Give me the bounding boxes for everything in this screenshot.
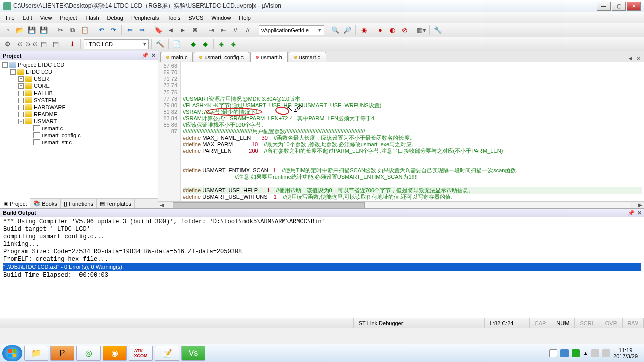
pack-installer-icon[interactable]: ◈ [216,39,227,50]
close-button[interactable]: ✕ [627,2,641,11]
save-icon[interactable]: 💾 [26,25,37,36]
tab-close-icon[interactable]: ✕ [635,55,642,62]
target-options-icon[interactable]: 🔨 [154,39,166,50]
minimize-button[interactable]: — [597,2,611,11]
tray-clock[interactable]: 11:192017/3/29 [613,347,638,359]
pack-icon[interactable]: ◈ [228,39,239,50]
pin-icon[interactable]: 📌 [142,52,149,59]
side-tab-project[interactable]: ▣Project [0,198,30,208]
task-app[interactable]: P [50,346,74,361]
menu-help[interactable]: Help [235,14,254,22]
tree-group-system[interactable]: +SYSTEM [1,97,157,104]
window-layout-icon[interactable]: ▦▾ [416,25,427,36]
task-app[interactable]: ATKXCOM [129,346,153,361]
outdent-icon[interactable]: ⇤ [218,25,229,36]
side-tab-books[interactable]: 📚Books [30,199,61,208]
breakpoint-enable-icon[interactable]: ◐ [387,25,398,36]
tree-file[interactable]: usmart_config.c [1,132,157,139]
target-combo[interactable]: LTDC LCD [84,39,149,49]
configure-icon[interactable]: 🔧 [432,25,443,36]
find-icon[interactable]: 🔍 [330,25,341,36]
tree-target[interactable]: -LTDC LCD [1,68,157,75]
breakpoint-insert-icon[interactable]: ● [375,25,386,36]
side-tab-templates[interactable]: ▤Templates [97,199,135,208]
editor-tab[interactable]: usmart.h [250,52,288,62]
tab-scroll-left-icon[interactable]: ◄ [627,55,634,62]
tree-group-readme[interactable]: +README [1,111,157,118]
tray-icon[interactable] [549,349,557,357]
hscroll-left-icon[interactable]: ◄ [158,202,166,208]
bookmark-next-icon[interactable]: ► [177,25,188,36]
panel-close-icon[interactable]: ✕ [151,52,156,59]
tree-group-usmart[interactable]: -USMART [1,118,157,125]
nav-back-icon[interactable]: ⇐ [124,25,135,36]
task-app[interactable]: ◉ [103,346,127,361]
menu-edit[interactable]: Edit [19,14,36,22]
hscroll-right-icon[interactable]: ► [637,202,644,208]
download-icon[interactable]: ⬇ [67,39,78,50]
pin-icon[interactable]: 📌 [628,210,635,216]
bookmark-icon[interactable]: 🔖 [153,25,164,36]
menu-peripherals[interactable]: Peripherals [128,14,163,22]
indent-icon[interactable]: ⇥ [206,25,217,36]
menu-flash[interactable]: Flash [82,14,103,22]
translate-icon[interactable]: ⚙ [2,39,13,50]
editor-tab[interactable]: usmart.c [289,52,326,62]
menu-view[interactable]: View [37,14,56,22]
tray-network-icon[interactable] [602,349,610,357]
task-uvision[interactable]: Vs [181,346,205,361]
editor-tab[interactable]: usmart_config.c [194,52,249,62]
tree-group-user[interactable]: +USER [1,75,157,82]
build-icon[interactable]: ⛭ [14,39,25,50]
function-combo[interactable]: vApplicationGetIdle [259,25,324,35]
tray-icon[interactable] [572,349,580,357]
copy-icon[interactable]: ⧉ [67,25,78,36]
tray-volume-icon[interactable] [591,349,599,357]
new-file-icon[interactable]: ▫ [2,25,13,36]
hscroll-track[interactable] [173,202,630,208]
start-button[interactable] [2,345,22,361]
open-icon[interactable]: 📂 [14,25,25,36]
manage-books-icon[interactable]: ◆ [188,39,199,50]
debug-icon[interactable]: ◉ [358,25,369,36]
find-in-files-icon[interactable]: 🔎 [342,25,353,36]
tray-icon[interactable] [560,349,569,357]
comment-icon[interactable]: // [230,25,241,36]
batch-build-icon[interactable]: ▤ [38,39,49,50]
save-all-icon[interactable]: 💾 [38,25,49,36]
tree-group-hallib[interactable]: +HALLIB [1,89,157,97]
tree-file[interactable]: usmart.c [1,125,157,132]
task-app[interactable]: 📝 [155,346,179,361]
tree-group-core[interactable]: +CORE [1,82,157,89]
build-output[interactable]: *** Using Compiler 'V5.06 update 3 (buil… [0,217,644,318]
editor-tab[interactable]: main.c [160,52,193,62]
maximize-button[interactable]: ▢ [612,2,626,11]
tray-chevron-icon[interactable]: ▲ [583,350,588,356]
bookmark-prev-icon[interactable]: ◄ [165,25,176,36]
file-ext-icon[interactable]: 📄 [171,39,182,50]
tree-group-hardware[interactable]: +HARDWARE [1,104,157,111]
undo-icon[interactable]: ↶ [96,25,107,36]
cut-icon[interactable]: ✂ [55,25,66,36]
uncomment-icon[interactable]: // [242,25,253,36]
redo-icon[interactable]: ↷ [108,25,119,36]
side-tab-functions[interactable]: {}Functions [61,199,97,208]
task-app[interactable]: ◎ [76,346,101,361]
menu-window[interactable]: Window [208,14,234,22]
task-explorer[interactable]: 📁 [24,346,48,361]
tree-root[interactable]: -Project: LTDC LCD [1,61,157,68]
stop-build-icon[interactable]: ▤ [50,39,61,50]
manage-rte-icon[interactable]: ◆ [200,39,211,50]
nav-fwd-icon[interactable]: ⇒ [136,25,147,36]
menu-debug[interactable]: Debug [104,14,127,22]
menu-project[interactable]: Project [56,14,80,22]
menu-tools[interactable]: Tools [164,14,184,22]
tree-file[interactable]: usmart_str.c [1,139,157,146]
menu-file[interactable]: File [2,14,18,22]
rebuild-icon[interactable]: ⛭⛭ [26,39,37,50]
menu-svcs[interactable]: SVCS [185,14,207,22]
paste-icon[interactable]: 📋 [79,25,90,36]
breakpoint-kill-icon[interactable]: ⊘ [399,25,410,36]
bookmark-clear-icon[interactable]: ✖ [189,25,200,36]
panel-close-icon[interactable]: ✕ [637,210,642,216]
